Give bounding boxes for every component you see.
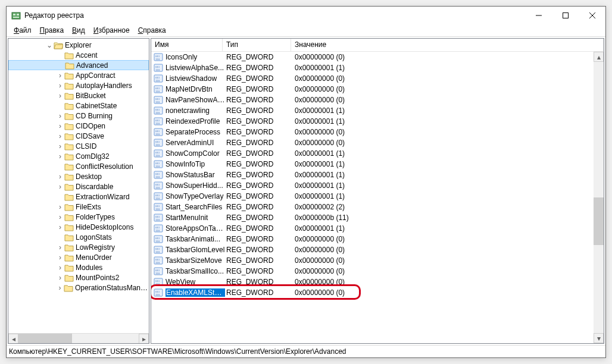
chevron-right-icon[interactable]: › [56, 253, 64, 262]
tree-item[interactable]: › AutoplayHandlers [8, 80, 149, 90]
tree-pane[interactable]: ⌄ Explorer Accent Advanced› AppContract›… [8, 38, 149, 344]
value-row[interactable]: 011 110 TaskbarAnimati...REG_DWORD0x0000… [151, 234, 604, 244]
value-row[interactable]: 011 110 IconsOnlyREG_DWORD0x00000000 (0) [151, 52, 604, 62]
value-row[interactable]: 011 110 nonetcrawlingREG_DWORD0x00000001… [151, 105, 604, 116]
tree-item[interactable]: › MenuOrder [8, 252, 149, 262]
tree-item[interactable]: › HideDesktopIcons [8, 222, 149, 232]
value-row[interactable]: 011 110 Start_SearchFilesREG_DWORD0x0000… [151, 202, 604, 212]
col-type[interactable]: Тип [223, 39, 291, 51]
chevron-right-icon[interactable]: › [56, 142, 64, 150]
value-name: TaskbarSizeMove [166, 256, 225, 265]
chevron-right-icon[interactable]: › [56, 183, 64, 191]
tree-item[interactable]: LogonStats [8, 232, 149, 242]
col-value[interactable]: Значение [291, 39, 604, 51]
value-row[interactable]: 011 110 ShowSuperHidd...REG_DWORD0x00000… [151, 180, 604, 191]
tree-item[interactable]: › BitBucket [8, 90, 149, 101]
value-row[interactable]: 011 110 ShowCompColorREG_DWORD0x00000001… [151, 148, 604, 159]
menu-edit[interactable]: Правка [36, 26, 68, 35]
menu-view[interactable]: Вид [68, 26, 89, 35]
minimize-button[interactable] [525, 7, 552, 24]
close-button[interactable] [579, 7, 605, 24]
chevron-right-icon[interactable]: › [56, 81, 64, 90]
list-vscrollbar[interactable]: ▴ ▾ [594, 52, 604, 343]
value-row[interactable]: 011 110 ServerAdminUIREG_DWORD0x00000000… [151, 137, 604, 148]
chevron-right-icon[interactable]: › [56, 203, 64, 211]
svg-text:110: 110 [155, 58, 160, 61]
tree-item[interactable]: › CLSID [8, 141, 149, 151]
tree-item[interactable]: › CD Burning [8, 111, 149, 121]
folder-icon [64, 233, 74, 241]
chevron-right-icon[interactable]: › [56, 213, 64, 221]
titlebar[interactable]: Редактор реестра [7, 7, 605, 24]
value-row[interactable]: 011 110 WebViewREG_DWORD0x00000000 (0) [151, 277, 604, 287]
tree-item-explorer[interactable]: ⌄ Explorer [8, 40, 149, 50]
chevron-right-icon[interactable]: › [56, 152, 64, 161]
col-name[interactable]: Имя [151, 39, 223, 51]
svg-text:110: 110 [155, 111, 160, 114]
tree-item[interactable]: › Desktop [8, 171, 149, 181]
value-row[interactable]: 011 110 ReindexedProfileREG_DWORD0x00000… [151, 116, 604, 127]
menu-help[interactable]: Справка [135, 26, 170, 35]
window-title: Редактор реестра [24, 11, 525, 20]
tree-item[interactable]: › FolderTypes [8, 212, 149, 222]
tree-item[interactable]: › FileExts [8, 202, 149, 212]
value-row[interactable]: 011 110 ShowStatusBarREG_DWORD0x00000001… [151, 170, 604, 180]
chevron-right-icon[interactable]: › [56, 122, 64, 130]
chevron-right-icon[interactable]: › [56, 243, 64, 252]
value-row[interactable]: 011 110 TaskbarSmallIco...REG_DWORD0x000… [151, 266, 604, 277]
value-row[interactable]: 011 110 StartMenuInitREG_DWORD0x0000000b… [151, 212, 604, 223]
value-row[interactable]: 011 110 ShowTypeOverlayREG_DWORD0x000000… [151, 191, 604, 202]
tree-item[interactable]: › OperationStatusManager [8, 283, 149, 293]
value-type: REG_DWORD [225, 53, 293, 61]
value-row[interactable]: 011 110 EnableXAMLStar...REG_DWORD0x0000… [151, 287, 604, 298]
value-row[interactable]: 011 110 TaskbarSizeMoveREG_DWORD0x000000… [151, 255, 604, 266]
tree-item[interactable]: › AppContract [8, 70, 149, 80]
tree-item[interactable]: › CIDSave [8, 131, 149, 141]
chevron-right-icon[interactable]: › [56, 172, 64, 181]
tree-item[interactable]: › ComDlg32 [8, 151, 149, 161]
maximize-button[interactable] [552, 7, 579, 24]
tree-label: LogonStats [76, 233, 112, 241]
column-headers[interactable]: Имя Тип Значение [151, 39, 604, 52]
tree-item[interactable]: ExtractionWizard [8, 192, 149, 202]
scroll-thumb[interactable] [18, 334, 72, 343]
scroll-left-icon[interactable]: ◂ [8, 334, 18, 344]
tree-item[interactable]: › CIDOpen [8, 121, 149, 131]
chevron-right-icon[interactable]: › [56, 274, 64, 282]
dword-icon: 011 110 [154, 256, 163, 265]
tree-item[interactable]: ConflictResolution [8, 161, 149, 171]
tree-item[interactable]: › LowRegistry [8, 242, 149, 252]
scroll-right-icon[interactable]: ▸ [139, 334, 149, 344]
tree-item[interactable]: Advanced [8, 60, 149, 70]
menu-file[interactable]: Файл [10, 26, 35, 35]
scroll-down-icon[interactable]: ▾ [594, 333, 604, 343]
tree-item[interactable]: › MountPoints2 [8, 272, 149, 283]
value-row[interactable]: 011 110 NavPaneShowAl...REG_DWORD0x00000… [151, 95, 604, 105]
chevron-right-icon[interactable]: › [56, 71, 64, 80]
scroll-thumb[interactable] [594, 197, 604, 245]
value-row[interactable]: 011 110 StoreAppsOnTas...REG_DWORD0x0000… [151, 223, 604, 234]
menu-favorites[interactable]: Избранное [90, 26, 133, 35]
tree-item[interactable]: › Modules [8, 262, 149, 272]
value-row[interactable]: 011 110 TaskbarGlomLevelREG_DWORD0x00000… [151, 244, 604, 255]
dword-icon: 011 110 [154, 213, 163, 222]
chevron-right-icon[interactable]: › [56, 92, 64, 100]
value-row[interactable]: 011 110 SeparateProcessREG_DWORD0x000000… [151, 127, 604, 137]
value-row[interactable]: 011 110 ShowInfoTipREG_DWORD0x00000001 (… [151, 159, 604, 170]
value-type: REG_DWORD [225, 267, 293, 275]
tree-item[interactable]: Accent [8, 50, 149, 60]
value-row[interactable]: 011 110 ListviewAlphaSe...REG_DWORD0x000… [151, 62, 604, 73]
chevron-right-icon[interactable]: › [56, 132, 64, 140]
chevron-right-icon[interactable]: › [56, 263, 64, 272]
chevron-right-icon[interactable]: › [56, 112, 64, 120]
chevron-right-icon[interactable]: › [56, 284, 64, 292]
value-list-pane[interactable]: Имя Тип Значение 011 110 IconsOnlyREG_DW… [151, 38, 604, 344]
chevron-down-icon[interactable]: ⌄ [45, 41, 54, 49]
scroll-up-icon[interactable]: ▴ [594, 52, 604, 62]
chevron-right-icon[interactable]: › [56, 223, 64, 231]
value-row[interactable]: 011 110 MapNetDrvBtnREG_DWORD0x00000000 … [151, 84, 604, 95]
value-row[interactable]: 011 110 ListviewShadowREG_DWORD0x0000000… [151, 73, 604, 84]
tree-item[interactable]: › Discardable [8, 181, 149, 192]
tree-hscrollbar[interactable]: ◂ ▸ [8, 333, 149, 343]
tree-item[interactable]: CabinetState [8, 101, 149, 111]
